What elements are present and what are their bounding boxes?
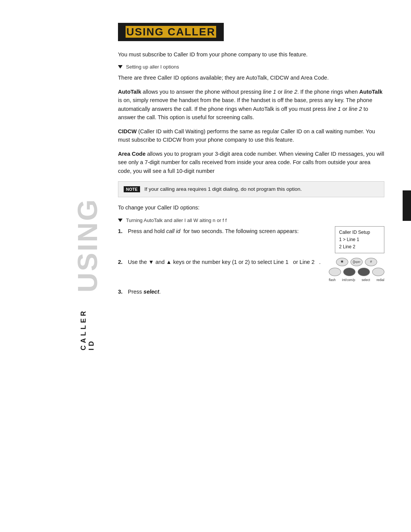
step-3: 3. Press select. xyxy=(118,288,384,296)
autotalk-on: AutoTalk xyxy=(359,89,382,95)
phone-btn-intcom[interactable] xyxy=(343,268,355,276)
cidcw-label: CIDCW xyxy=(118,128,137,134)
phone-btn-flash[interactable] xyxy=(329,268,341,276)
intro-paragraph-1: You must subscribe to Caller ID from you… xyxy=(118,50,384,59)
phone-btn-oper[interactable]: 0 oper xyxy=(350,258,363,266)
label-intcom: int/com/p xyxy=(342,278,355,283)
screen-line-1: 1 > Line 1 xyxy=(339,236,380,243)
triangle-icon-2 xyxy=(118,219,123,222)
phone-btn-redial[interactable] xyxy=(372,268,384,276)
sidebar-large-text: USING xyxy=(74,198,101,292)
phone-btn-labels: flash int/com/p select redial xyxy=(329,278,384,283)
label-select: select xyxy=(362,278,370,283)
step-1-content: Caller ID Setup 1 > Line 1 2 Line 2 Pres… xyxy=(128,227,384,254)
main-content: USING CALLER You must subscribe to Calle… xyxy=(118,23,384,301)
areacode-label: Area Code xyxy=(118,151,146,157)
sidebar-small-text: CALLER ID xyxy=(80,296,96,350)
hash-symbol: # xyxy=(370,259,372,265)
step-3-content: Press select. xyxy=(128,288,161,296)
phone-btn-tone[interactable]: ✱ xyxy=(336,258,348,266)
step-1-text: Press and hold call id for two seconds. … xyxy=(128,228,299,234)
step-3-text: Press select. xyxy=(128,289,161,295)
sidebar-vertical-container: USING CALLER ID xyxy=(72,198,103,350)
screen-title: Caller ID Setup xyxy=(339,229,380,236)
phone-buttons-container: ✱ 0 oper # xyxy=(329,258,384,283)
oper-sub: oper xyxy=(355,260,360,264)
label-flash: flash xyxy=(329,278,336,283)
phone-btn-hash[interactable]: # xyxy=(365,258,377,266)
note-text: If your calling area requires 1 digit di… xyxy=(145,185,302,193)
page-title: USING CALLER xyxy=(126,26,216,38)
page-container: USING CALLER ID USING CALLER You must su… xyxy=(0,0,411,532)
triangle-icon-1 xyxy=(118,65,123,69)
subsection-label-1: Setting up aller I options xyxy=(118,64,384,70)
step-1: 1. Caller ID Setup 1 > Line 1 2 Line 2 P… xyxy=(118,227,384,254)
step-2-number: 2. xyxy=(118,258,125,266)
screen-display: Caller ID Setup 1 > Line 1 2 Line 2 xyxy=(335,226,384,254)
intro-paragraph-5: Area Code allows you to program your 3-d… xyxy=(118,150,384,175)
autotalk-label: AutoTalk xyxy=(118,89,141,95)
step-1-number: 1. xyxy=(118,227,125,235)
label-redial: redial xyxy=(376,278,384,283)
intro-paragraph-2: There are three Caller ID options availa… xyxy=(118,73,384,82)
title-highlight: USING CALLER xyxy=(126,26,216,38)
change-options-label: To change your Caller ID options: xyxy=(118,203,384,212)
step-2-content: ✱ 0 oper # xyxy=(128,258,384,283)
subsection-label-2: Turning AutoTalk and aller I all W aitin… xyxy=(118,217,384,223)
step-3-number: 3. xyxy=(118,288,125,296)
note-label: NOTE xyxy=(124,186,140,192)
intro-paragraph-3: AutoTalk allows you to answer the phone … xyxy=(118,88,384,122)
subsection-label-text-2: Turning AutoTalk and aller I all W aitin… xyxy=(126,217,227,223)
step-2: 2. ✱ 0 oper # xyxy=(118,258,384,283)
title-box: USING CALLER xyxy=(118,23,224,41)
step-2-text: Use the ▼ and ▲ keys or the number key (… xyxy=(128,259,321,265)
screen-line-2: 2 Line 2 xyxy=(339,243,380,251)
phone-btn-row-1: ✱ 0 oper # xyxy=(329,258,384,266)
tone-symbol: ✱ xyxy=(341,259,344,265)
phone-btn-row-2 xyxy=(329,268,384,276)
intro-paragraph-4: CIDCW (Caller ID with Call Waiting) perf… xyxy=(118,127,384,144)
steps-list: 1. Caller ID Setup 1 > Line 1 2 Line 2 P… xyxy=(118,227,384,296)
phone-btn-select[interactable] xyxy=(358,268,370,276)
select-text: select xyxy=(143,289,159,295)
black-tab xyxy=(403,190,411,221)
subsection-label-text-1: Setting up aller I options xyxy=(126,64,179,70)
note-box: NOTE If your calling area requires 1 dig… xyxy=(118,181,384,197)
